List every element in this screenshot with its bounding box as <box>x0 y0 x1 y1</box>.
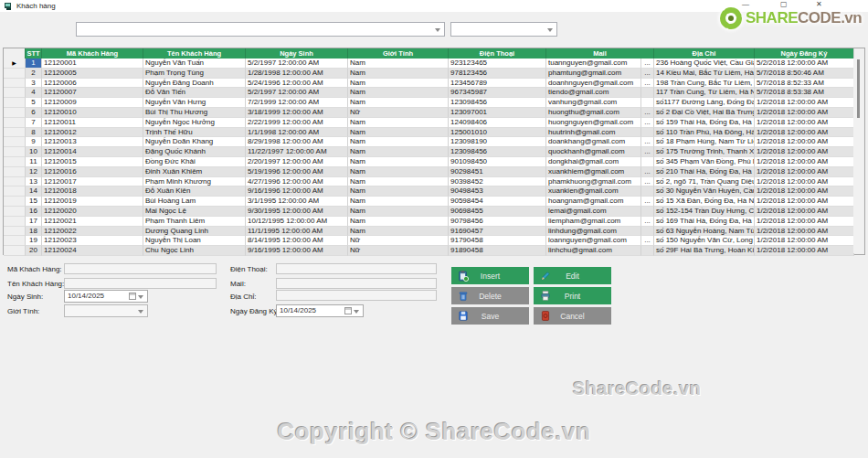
col-header-phone[interactable]: Điện Thoại <box>449 48 546 59</box>
cell-address[interactable]: số 18 Phạm Hùng, Nam Từ Liêm, Hà ... <box>654 137 755 147</box>
cell-code[interactable]: 12120019 <box>42 197 143 207</box>
cell-phone[interactable]: 90698455 <box>449 207 546 217</box>
table-row[interactable]: 1412120018Đỗ Xuân Kiên9/16/1996 12:00:00… <box>4 186 854 197</box>
cell-stt[interactable]: 20 <box>26 246 42 256</box>
cell-name[interactable]: Đỗ Văn Tiến <box>143 88 246 98</box>
cell-stt[interactable]: 18 <box>26 227 42 237</box>
cell-name[interactable]: Phạm Thanh Liêm <box>143 217 246 227</box>
cell-phone[interactable]: 125001010 <box>449 128 546 138</box>
cell-reg[interactable]: 1/2/2018 12:00:00 AM <box>755 236 854 246</box>
cell-reg[interactable]: 5/2/2018 12:00:00 AM <box>755 59 854 69</box>
edit-button[interactable]: Edit <box>534 267 611 284</box>
cell-code[interactable]: 12120011 <box>42 118 143 128</box>
cell-name[interactable]: Nguyễn Doãn Khang <box>143 137 246 147</box>
cell-reg[interactable]: 1/2/2018 12:00:00 AM <box>755 167 854 177</box>
row-header[interactable] <box>4 157 26 167</box>
cell-dob[interactable]: 4/27/1996 12:00:00 AM <box>246 177 348 187</box>
cell-address[interactable]: số 2 Đại Cồ Việt, Hai Bà Trưng, Hà Nội <box>654 108 755 118</box>
cell-reg[interactable]: 5/7/2018 8:52:33 AM <box>755 79 854 89</box>
row-header[interactable] <box>4 108 26 118</box>
cell-dots[interactable] <box>641 98 654 108</box>
cell-reg[interactable]: 1/2/2018 12:00:00 AM <box>755 118 854 128</box>
cell-dots[interactable] <box>641 186 654 197</box>
cell-mail[interactable]: doankhang@gmail.com <box>546 137 641 147</box>
cell-name[interactable]: Nguyễn Thị Loan <box>143 236 246 246</box>
cell-gender[interactable]: Nam <box>348 118 449 128</box>
cell-dots[interactable]: ... <box>641 177 654 187</box>
cell-code[interactable]: 12120012 <box>42 128 143 138</box>
cell-dob[interactable]: 9/16/1995 12:00:00 AM <box>246 246 348 256</box>
phone-field[interactable] <box>276 263 437 274</box>
cell-address[interactable]: 236 Hoàng Quốc Việt, Cầu Giấy, Hà Nội <box>654 59 755 69</box>
cell-dob[interactable]: 10/12/1995 12:00:00 AM <box>246 217 348 227</box>
row-header[interactable] <box>4 186 26 197</box>
cell-stt[interactable]: 8 <box>26 128 42 138</box>
cell-stt[interactable]: 6 <box>26 108 42 118</box>
table-row[interactable]: 1112120015Đồng Đức Khải2/20/1997 12:00:0… <box>4 157 854 167</box>
cell-stt[interactable]: 1 <box>26 59 42 69</box>
cell-dots[interactable] <box>641 157 654 167</box>
cell-dots[interactable]: ... <box>641 217 654 227</box>
cell-phone[interactable]: 923123465 <box>449 59 546 69</box>
cell-mail[interactable]: loannguyen@gmail.com <box>546 236 641 246</box>
cell-name[interactable]: Trịnh Thế Hữu <box>143 128 246 138</box>
cell-dots[interactable]: ... <box>641 236 654 246</box>
cell-gender[interactable]: Nữ <box>348 108 449 118</box>
cell-mail[interactable]: xuankhiem@gmail.com <box>546 167 641 177</box>
cell-name[interactable]: Đặng Quốc Khánh <box>143 147 246 157</box>
cell-gender[interactable]: Nam <box>348 207 449 217</box>
cancel-button[interactable]: Cancel <box>534 307 611 325</box>
row-header[interactable] <box>4 88 26 98</box>
cell-reg[interactable]: 1/2/2018 12:00:00 AM <box>755 177 854 187</box>
cell-address[interactable]: số 63 Nguyễn Hoàng, Nam Từ Liêm, ... <box>654 227 755 237</box>
table-row[interactable]: 1312120017Phạm Minh Khương4/27/1996 12:0… <box>4 177 854 187</box>
cell-dots[interactable]: ... <box>641 197 654 207</box>
cell-dob[interactable]: 3/18/1999 12:00:00 AM <box>246 108 348 118</box>
cell-dob[interactable]: 11/1/1995 12:00:00 AM <box>246 227 348 237</box>
cell-address[interactable]: số 175 Trường Trinh, Thanh Xuân, Hà... <box>654 147 755 157</box>
cell-dob[interactable]: 2/22/1999 12:00:00 AM <box>246 118 348 128</box>
cell-stt[interactable]: 13 <box>26 177 42 187</box>
cell-stt[interactable]: 10 <box>26 147 42 157</box>
table-row[interactable]: ▶112120001Nguyễn Văn Tuấn5/2/1997 12:00:… <box>4 59 854 69</box>
insert-button[interactable]: Insert <box>451 267 529 284</box>
cell-phone[interactable]: 124098406 <box>449 118 546 128</box>
cell-phone[interactable]: 901098450 <box>449 157 546 167</box>
cell-mail[interactable]: dongkhai@gmail.com <box>546 157 641 167</box>
cell-dob[interactable]: 8/29/1998 12:00:00 AM <box>246 137 348 147</box>
cell-address[interactable]: số 29F Hai Bà Trưng, Hoàn Kiếm, Hà ... <box>654 246 755 256</box>
cell-name[interactable]: Đỗ Xuân Kiên <box>143 186 246 197</box>
cell-stt[interactable]: 11 <box>26 157 42 167</box>
col-header-dob[interactable]: Ngày Sinh <box>246 48 348 59</box>
row-header[interactable] <box>4 177 26 187</box>
cell-mail[interactable]: huongthu@gmail.com <box>546 108 641 118</box>
table-row[interactable]: 212120005Phạm Trọng Tùng1/28/1998 12:00:… <box>4 69 854 79</box>
cell-address[interactable]: số 169 Thái Hà, Đống Đa, Hà Nội <box>654 217 755 227</box>
cell-phone[interactable]: 90498453 <box>449 186 546 197</box>
cell-dob[interactable]: 1/28/1998 12:00:00 AM <box>246 69 348 79</box>
cell-address[interactable]: số1177 Đường Láng, Đống Đa, Hà Nội <box>654 98 755 108</box>
cell-dob[interactable]: 7/2/1999 12:00:00 AM <box>246 98 348 108</box>
col-header-gender[interactable]: Giới Tính <box>348 48 449 59</box>
table-row[interactable]: 1912120023Nguyễn Thị Loan8/14/1995 12:00… <box>4 236 854 246</box>
cell-dots[interactable]: ... <box>641 147 654 157</box>
cell-dots[interactable] <box>641 88 654 98</box>
cell-stt[interactable]: 2 <box>26 69 42 79</box>
cell-code[interactable]: 12120021 <box>42 217 143 227</box>
cell-gender[interactable]: Nam <box>348 88 449 98</box>
cell-dots[interactable]: ... <box>641 69 654 79</box>
cell-reg[interactable]: 1/2/2018 12:00:00 AM <box>755 197 854 207</box>
cell-dob[interactable]: 5/2/1997 12:00:00 AM <box>246 59 348 69</box>
cell-phone[interactable]: 123098190 <box>449 137 546 147</box>
cell-gender[interactable]: Nữ <box>348 236 449 246</box>
cell-address[interactable]: số 150 Nguyễn Văn Cừ, Long Biên, Hà ... <box>654 236 755 246</box>
cell-gender[interactable]: Nam <box>348 69 449 79</box>
col-header-mail[interactable]: Mail <box>546 48 654 59</box>
cell-dob[interactable]: 3/1/1995 12:00:00 AM <box>246 197 348 207</box>
cell-code[interactable]: 12120015 <box>42 157 143 167</box>
cell-reg[interactable]: 1/2/2018 12:00:00 AM <box>755 128 854 138</box>
cell-name[interactable]: Chu Ngọc Linh <box>143 246 246 256</box>
cell-gender[interactable]: Nam <box>348 98 449 108</box>
row-header[interactable] <box>4 227 26 237</box>
cell-name[interactable]: Đinh Xuân Khiêm <box>143 167 246 177</box>
